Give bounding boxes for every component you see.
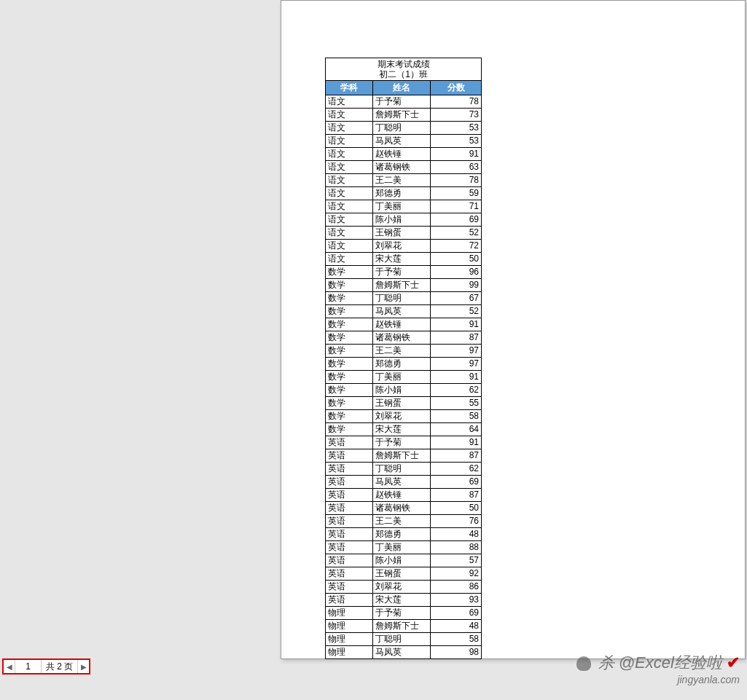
cell-score: 53	[431, 135, 482, 148]
cell-name: 陈小娟	[372, 384, 431, 397]
cell-name: 王二美	[372, 515, 431, 528]
table-row: 英语宋大莲93	[326, 594, 482, 607]
cell-score: 78	[431, 174, 482, 187]
cell-name: 王钢蛋	[372, 227, 431, 240]
cell-score: 91	[431, 436, 482, 449]
cell-score: 91	[431, 371, 482, 384]
cell-score: 87	[431, 489, 482, 502]
cell-name: 丁聪明	[372, 122, 431, 135]
cell-subject: 数学	[326, 371, 373, 384]
cell-name: 刘翠花	[372, 240, 431, 253]
cell-subject: 语文	[326, 174, 373, 187]
cell-subject: 数学	[326, 345, 373, 358]
cell-name: 王二美	[372, 174, 431, 187]
cell-score: 55	[431, 397, 482, 410]
cell-subject: 数学	[326, 384, 373, 397]
cell-score: 48	[431, 620, 482, 633]
cell-score: 52	[431, 305, 482, 318]
cell-subject: 数学	[326, 423, 373, 436]
cell-score: 92	[431, 567, 482, 581]
table-row: 英语马凤英69	[326, 476, 482, 489]
cell-score: 69	[431, 476, 482, 489]
cell-score: 71	[431, 200, 482, 213]
cell-score: 72	[431, 240, 482, 253]
cell-subject: 数学	[326, 305, 373, 318]
cell-subject: 语文	[326, 95, 373, 109]
cell-score: 69	[431, 213, 482, 227]
table-header-row: 学科 姓名 分数	[326, 81, 482, 95]
page-content: 期末考试成绩 初二（1）班 学科 姓名 分数 语文于予菊78语文詹姆斯下士73语…	[281, 1, 745, 659]
prev-page-button[interactable]: ◀	[4, 660, 15, 673]
cell-score: 67	[431, 292, 482, 305]
table-row: 语文王二美78	[326, 174, 482, 187]
cell-score: 73	[431, 109, 482, 122]
scores-table: 期末考试成绩 初二（1）班 学科 姓名 分数 语文于予菊78语文詹姆斯下士73语…	[325, 58, 482, 659]
table-row: 数学马凤英52	[326, 305, 482, 318]
table-row: 英语丁美丽88	[326, 541, 482, 554]
cell-name: 丁聪明	[372, 633, 431, 646]
table-row: 语文刘翠花72	[326, 240, 482, 253]
cell-subject: 语文	[326, 213, 373, 227]
cell-subject: 英语	[326, 502, 373, 515]
table-row: 英语于予菊91	[326, 436, 482, 449]
cell-subject: 数学	[326, 410, 373, 423]
cell-score: 99	[431, 279, 482, 292]
table-row: 英语丁聪明62	[326, 463, 482, 476]
cell-score: 91	[431, 148, 482, 161]
cell-name: 马凤英	[372, 135, 431, 148]
watermark: 杀 @Excel经验啦 ✔ jingyanla.com	[576, 652, 740, 685]
cell-name: 诸葛钢铁	[372, 502, 431, 515]
table-row: 数学郑德勇97	[326, 358, 482, 371]
table-row: 数学诸葛钢铁87	[326, 331, 482, 345]
cell-name: 宋大莲	[372, 253, 431, 266]
cell-name: 于予菊	[372, 607, 431, 620]
table-row: 英语陈小娟57	[326, 554, 482, 567]
cell-name: 郑德勇	[372, 528, 431, 541]
check-icon: ✔	[727, 653, 740, 672]
cell-score: 87	[431, 449, 482, 463]
cell-subject: 英语	[326, 489, 373, 502]
cell-name: 丁美丽	[372, 200, 431, 213]
cell-name: 王二美	[372, 345, 431, 358]
cell-score: 91	[431, 318, 482, 331]
table-title-row: 期末考试成绩 初二（1）班	[326, 58, 482, 81]
cell-score: 62	[431, 463, 482, 476]
cell-name: 詹姆斯下士	[372, 279, 431, 292]
table-row: 数学丁美丽91	[326, 371, 482, 384]
cell-subject: 语文	[326, 240, 373, 253]
cell-score: 93	[431, 594, 482, 607]
cell-name: 郑德勇	[372, 187, 431, 200]
watermark-line1: 杀 @Excel经验啦 ✔	[576, 652, 740, 674]
cell-name: 詹姆斯下士	[372, 109, 431, 122]
table-row: 语文于予菊78	[326, 95, 482, 109]
cell-subject: 数学	[326, 279, 373, 292]
cell-score: 52	[431, 227, 482, 240]
table-row: 语文赵铁锤91	[326, 148, 482, 161]
cell-subject: 英语	[326, 554, 373, 567]
cell-score: 78	[431, 95, 482, 109]
cell-score: 97	[431, 358, 482, 371]
table-row: 数学于予菊96	[326, 266, 482, 279]
table-row: 语文丁聪明53	[326, 122, 482, 135]
cell-subject: 物理	[326, 620, 373, 633]
header-score: 分数	[431, 81, 482, 95]
page-number-input[interactable]	[15, 660, 42, 673]
cell-name: 詹姆斯下士	[372, 620, 431, 633]
cell-name: 赵铁锤	[372, 148, 431, 161]
cell-subject: 语文	[326, 161, 373, 174]
table-title: 期末考试成绩 初二（1）班	[326, 58, 482, 81]
cell-score: 97	[431, 345, 482, 358]
table-row: 语文宋大莲50	[326, 253, 482, 266]
cell-score: 98	[431, 646, 482, 659]
cell-name: 王钢蛋	[372, 397, 431, 410]
table-row: 数学王二美97	[326, 345, 482, 358]
cell-subject: 语文	[326, 122, 373, 135]
table-row: 英语王二美76	[326, 515, 482, 528]
table-row: 语文郑德勇59	[326, 187, 482, 200]
next-page-button[interactable]: ▶	[77, 660, 89, 673]
pagination-control: ◀ 共 2 页 ▶	[2, 658, 90, 675]
cell-score: 50	[431, 502, 482, 515]
cell-subject: 数学	[326, 331, 373, 345]
cell-score: 58	[431, 633, 482, 646]
cell-score: 62	[431, 384, 482, 397]
